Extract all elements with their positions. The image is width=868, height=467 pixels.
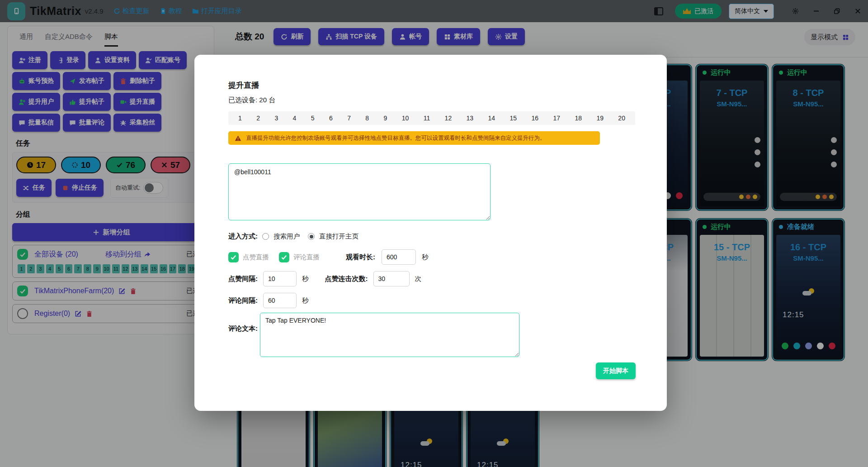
device-number: 6 xyxy=(329,114,333,122)
radio-open-homepage[interactable] xyxy=(308,233,315,240)
radio-search-user[interactable] xyxy=(262,233,269,240)
device-number: 11 xyxy=(424,114,430,122)
device-number: 12 xyxy=(445,114,452,122)
live-options-row: 点赞直播 评论直播 观看时长: 秒 xyxy=(228,249,429,265)
selected-devices-label: 已选设备: 20 台 xyxy=(228,96,275,105)
device-number: 19 xyxy=(596,114,604,122)
device-number: 4 xyxy=(293,114,297,122)
like-live-checkbox[interactable] xyxy=(228,252,239,262)
comment-live-checkbox[interactable] xyxy=(279,252,289,262)
device-number: 10 xyxy=(402,114,409,122)
device-number: 9 xyxy=(384,114,387,122)
start-script-button[interactable]: 开始脚本 xyxy=(596,362,636,379)
watch-duration-input[interactable] xyxy=(382,249,416,265)
entry-method-row: 进入方式: 搜索用户 直接打开主页 xyxy=(228,232,362,241)
warning-text: 直播提升功能允许您控制农场账号观看并可选择性地点赞目标直播。您可以设置观看时长和… xyxy=(246,134,546,142)
device-number: 20 xyxy=(618,114,625,122)
seconds-unit: 秒 xyxy=(302,296,309,305)
device-number: 18 xyxy=(575,114,582,122)
warning-banner: 直播提升功能允许您控制农场账号观看并可选择性地点赞目标直播。您可以设置观看时长和… xyxy=(228,131,600,145)
radio-search-user-label[interactable]: 搜索用户 xyxy=(274,232,300,241)
comment-interval-input[interactable] xyxy=(263,293,297,308)
comment-interval-row: 评论间隔: 秒 xyxy=(228,293,309,308)
device-number: 17 xyxy=(553,114,560,122)
modal-title: 提升直播 xyxy=(228,80,259,91)
device-number: 3 xyxy=(274,114,278,122)
device-number: 16 xyxy=(531,114,538,122)
device-number: 13 xyxy=(467,114,474,122)
device-number: 14 xyxy=(488,114,495,122)
like-combo-label: 点赞连击次数: xyxy=(325,275,368,283)
target-user-textarea[interactable] xyxy=(228,163,491,220)
comment-text-label: 评论文本: xyxy=(228,324,258,333)
device-number: 7 xyxy=(347,114,351,122)
like-combo-input[interactable] xyxy=(373,271,410,286)
comment-live-label[interactable]: 评论直播 xyxy=(293,253,320,262)
seconds-unit: 秒 xyxy=(302,275,309,283)
watch-duration-label: 观看时长: xyxy=(346,253,375,262)
like-interval-row: 点赞间隔: 秒 点赞连击次数: 次 xyxy=(228,271,421,286)
app-window: TikMatrix v2.4.9 检查更新教程打开应用目录 已激活 简体中文 通… xyxy=(0,0,868,467)
device-number: 15 xyxy=(510,114,517,122)
times-unit: 次 xyxy=(415,275,422,283)
entry-method-label: 进入方式: xyxy=(228,232,258,241)
device-number: 8 xyxy=(365,114,369,122)
comment-interval-label: 评论间隔: xyxy=(228,296,258,305)
device-number: 1 xyxy=(238,114,242,122)
radio-open-homepage-label[interactable]: 直接打开主页 xyxy=(319,232,359,241)
warning-icon xyxy=(235,135,241,142)
like-live-label[interactable]: 点赞直播 xyxy=(243,253,269,262)
device-number: 2 xyxy=(256,114,260,122)
like-interval-input[interactable] xyxy=(263,271,297,286)
comment-text-textarea[interactable] xyxy=(260,313,519,357)
device-number: 5 xyxy=(311,114,315,122)
selected-device-number-strip: 1234567891011121314151617181920 xyxy=(228,111,635,125)
seconds-unit: 秒 xyxy=(422,253,429,262)
like-interval-label: 点赞间隔: xyxy=(228,275,258,283)
boost-live-modal: 提升直播 已选设备: 20 台 123456789101112131415161… xyxy=(194,55,667,411)
